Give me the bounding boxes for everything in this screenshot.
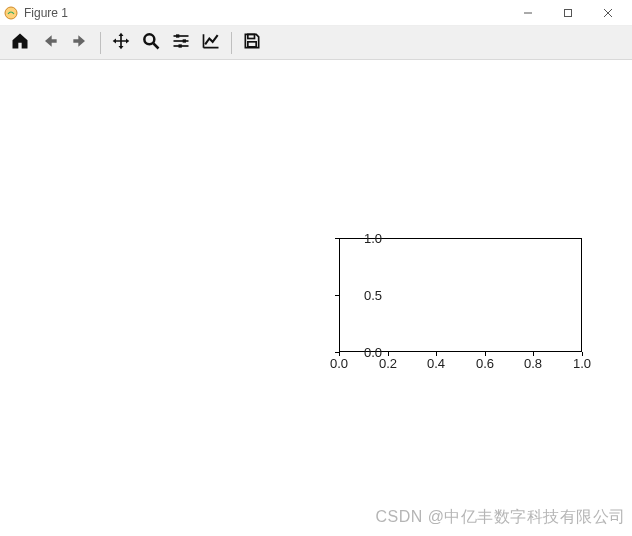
- back-button[interactable]: [36, 29, 64, 57]
- ytick-label: 1.0: [346, 231, 382, 246]
- xtick-label: 1.0: [567, 356, 597, 371]
- xtick-label: 0.6: [470, 356, 500, 371]
- zoom-icon: [141, 31, 161, 55]
- svg-rect-13: [248, 34, 255, 38]
- svg-rect-8: [176, 34, 179, 37]
- ytick-label: 0.5: [346, 288, 382, 303]
- figure-canvas[interactable]: 1.0 0.5 0.0 0.0 0.2 0.4 0.6 0.8 1.0 CSDN…: [0, 60, 632, 536]
- close-button[interactable]: [588, 0, 628, 26]
- titlebar: Figure 1: [0, 0, 632, 26]
- tickmark: [335, 238, 339, 239]
- minimize-button[interactable]: [508, 0, 548, 26]
- app-icon: [4, 6, 18, 20]
- edit-axes-button[interactable]: [197, 29, 225, 57]
- move-icon: [111, 31, 131, 55]
- svg-rect-14: [248, 41, 256, 46]
- window-controls: [508, 0, 628, 26]
- chart-line-icon: [201, 31, 221, 55]
- xtick-label: 0.4: [421, 356, 451, 371]
- configure-subplots-button[interactable]: [167, 29, 195, 57]
- arrow-left-icon: [40, 31, 60, 55]
- pan-button[interactable]: [107, 29, 135, 57]
- toolbar-separator: [231, 32, 232, 54]
- sliders-icon: [171, 31, 191, 55]
- tickmark: [335, 295, 339, 296]
- watermark-text: CSDN @中亿丰数字科技有限公司: [375, 507, 626, 528]
- toolbar-separator: [100, 32, 101, 54]
- forward-button[interactable]: [66, 29, 94, 57]
- svg-rect-2: [565, 9, 572, 16]
- svg-rect-12: [179, 44, 182, 47]
- toolbar: [0, 26, 632, 60]
- arrow-right-icon: [70, 31, 90, 55]
- xtick-label: 0.2: [373, 356, 403, 371]
- svg-point-5: [144, 34, 154, 44]
- svg-point-0: [5, 7, 17, 19]
- zoom-button[interactable]: [137, 29, 165, 57]
- home-button[interactable]: [6, 29, 34, 57]
- xtick-label: 0.8: [518, 356, 548, 371]
- xtick-label: 0.0: [324, 356, 354, 371]
- home-icon: [10, 31, 30, 55]
- svg-rect-10: [183, 39, 186, 42]
- svg-line-6: [154, 43, 159, 48]
- window-title: Figure 1: [24, 6, 68, 20]
- maximize-button[interactable]: [548, 0, 588, 26]
- save-icon: [242, 31, 262, 55]
- save-button[interactable]: [238, 29, 266, 57]
